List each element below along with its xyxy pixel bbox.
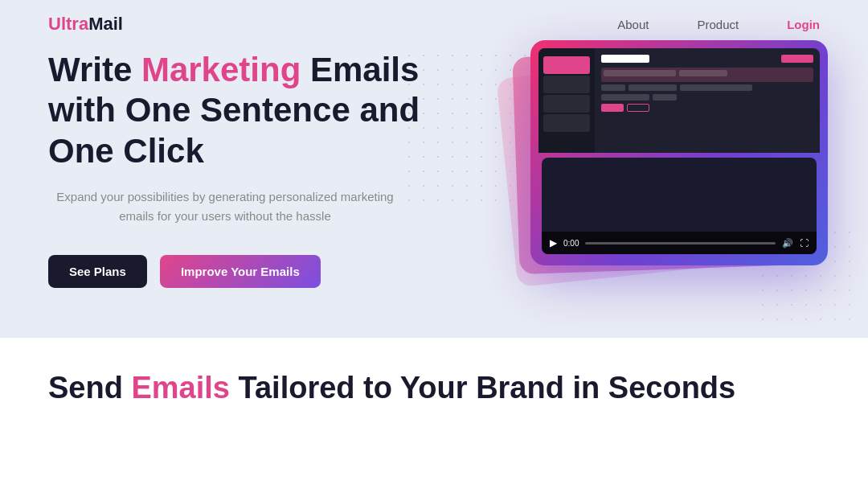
product-mockup: ▶ 0:00 🔊 ⛶	[522, 40, 836, 298]
nav-product[interactable]: Product	[697, 18, 739, 31]
app-highlight-row	[601, 68, 813, 82]
app-top-row	[601, 55, 813, 63]
nav-links: About Product Login	[617, 18, 820, 31]
app-row-2	[601, 84, 813, 91]
logo[interactable]: UltraMail	[48, 14, 123, 35]
app-row-3	[601, 94, 813, 101]
app-cell	[604, 70, 676, 76]
app-sidebar	[538, 48, 595, 153]
fullscreen-icon: ⛶	[800, 238, 809, 248]
play-icon: ▶	[550, 237, 557, 249]
hero-content: Write Marketing Emails with One Sentence…	[48, 50, 482, 288]
bottom-title: Send Emails Tailored to Your Brand in Se…	[48, 370, 820, 407]
hero-title: Write Marketing Emails with One Sentence…	[48, 50, 482, 171]
logo-ultra: Ultra	[48, 14, 88, 34]
app-title-mock	[601, 55, 649, 63]
app-row-1	[604, 70, 811, 76]
card-main: ▶ 0:00 🔊 ⛶	[530, 40, 828, 265]
video-time: 0:00	[563, 239, 579, 248]
bottom-section: Send Emails Tailored to Your Brand in Se…	[0, 338, 868, 489]
app-cell	[601, 84, 625, 91]
sidebar-item-1	[543, 76, 590, 93]
app-cell	[653, 94, 677, 101]
app-cell	[680, 84, 752, 91]
app-cell	[601, 94, 649, 101]
video-progress-bar	[585, 242, 776, 244]
app-ui-mockup	[538, 48, 820, 153]
bottom-title-part1: Send	[48, 371, 131, 405]
bottom-title-part2: Tailored to Your Brand in Seconds	[230, 371, 735, 405]
hero-title-highlight: Marketing	[141, 51, 301, 88]
hero-section: Write Marketing Emails with One Sentence…	[0, 0, 868, 338]
hero-subtitle: Expand your possibilities by generating …	[48, 187, 402, 226]
logo-mail: Mail	[88, 14, 123, 34]
app-cell	[628, 84, 677, 91]
navbar: UltraMail About Product Login	[0, 0, 868, 48]
hero-title-part1: Write	[48, 51, 141, 88]
video-controls: ▶ 0:00 🔊 ⛶	[542, 232, 817, 254]
app-action-btn-pink	[601, 104, 624, 112]
app-action-btn-outline	[627, 104, 649, 112]
nav-about[interactable]: About	[617, 18, 649, 31]
app-btn-row	[601, 104, 813, 112]
sidebar-item-active	[543, 56, 590, 74]
see-plans-button[interactable]: See Plans	[48, 255, 147, 288]
nav-login[interactable]: Login	[787, 18, 820, 31]
bottom-title-highlight: Emails	[131, 371, 230, 405]
hero-buttons: See Plans Improve Your Emails	[48, 255, 482, 288]
volume-icon: 🔊	[782, 238, 793, 249]
sidebar-item-3	[543, 114, 590, 132]
app-cell	[679, 70, 727, 76]
improve-emails-button[interactable]: Improve Your Emails	[160, 255, 321, 288]
app-main	[595, 48, 820, 153]
app-btn-mock	[781, 55, 813, 63]
sidebar-item-2	[543, 95, 590, 113]
video-mockup: ▶ 0:00 🔊 ⛶	[542, 158, 817, 254]
